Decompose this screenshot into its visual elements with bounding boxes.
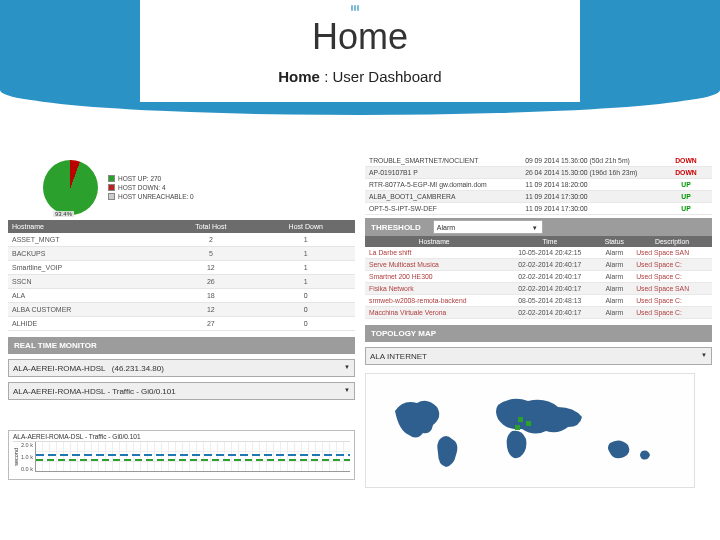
svg-rect-2 xyxy=(515,425,520,430)
table-row[interactable]: ALHIDE270 xyxy=(8,317,355,331)
table-row[interactable]: SSCN261 xyxy=(8,275,355,289)
threshold-select[interactable] xyxy=(433,220,543,234)
alarm-row[interactable]: Serve Multicast Musica02-02-2014 20:40:1… xyxy=(365,259,712,271)
table-row[interactable]: ASSET_MNGT21 xyxy=(8,233,355,247)
alarm-row[interactable]: Fisika Network02-02-2014 20:40:17AlarmUs… xyxy=(365,283,712,295)
title-card: Home Home : User Dashboard xyxy=(140,0,580,102)
y-axis-label: second xyxy=(13,448,19,466)
realtime-header: REAL TIME MONITOR xyxy=(8,337,355,354)
event-row[interactable]: RTR-8077A-5-EGP-MI gw.domain.dom11 09 20… xyxy=(365,179,712,191)
breadcrumb: Home : User Dashboard xyxy=(140,68,580,85)
event-row[interactable]: ALBA_BOOT1_CAMBRERA11 09 2014 17:30:00UP xyxy=(365,191,712,203)
traffic-chart: ALA-AEREI-ROMA-DSL - Traffic - Gi0/0.101… xyxy=(8,430,355,480)
threshold-header: THRESHOLD xyxy=(365,218,712,236)
svg-rect-0 xyxy=(518,417,523,422)
pie-center-label: 93.4% xyxy=(53,211,74,217)
plot-area xyxy=(35,442,350,472)
table-row[interactable]: BACKUPS51 xyxy=(8,247,355,261)
host-status-pie: 93.4% xyxy=(43,160,98,215)
map-icon xyxy=(380,381,680,481)
alarm-row[interactable]: Macchina Virtuale Verona02-02-2014 20:40… xyxy=(365,307,712,319)
page-title: Home xyxy=(140,16,580,58)
table-row[interactable]: ALBA CUSTOMER120 xyxy=(8,303,355,317)
chart-title: ALA-AEREI-ROMA-DSL - Traffic - Gi0/0.101 xyxy=(13,433,350,442)
alarm-row[interactable]: Smartnet 200 HE30002-02-2014 20:40:17Ala… xyxy=(365,271,712,283)
topology-header: TOPOLOGY MAP xyxy=(365,325,712,342)
alarm-row[interactable]: La Darbe shift10-05-2014 20:42:15AlarmUs… xyxy=(365,247,712,259)
events-table: TROUBLE_SMARTNET/NOCLIENT09 09 2014 15.3… xyxy=(365,155,712,215)
hosts-table: HostnameTotal HostHost Down ASSET_MNGT21… xyxy=(8,220,355,331)
host-select[interactable] xyxy=(8,359,355,377)
event-row[interactable]: TROUBLE_SMARTNET/NOCLIENT09 09 2014 15.3… xyxy=(365,155,712,167)
traffic-select[interactable] xyxy=(8,382,355,400)
table-row[interactable]: ALA180 xyxy=(8,289,355,303)
pie-legend: HOST UP: 270HOST DOWN: 4HOST UNREACHABLE… xyxy=(108,174,194,201)
topology-select[interactable] xyxy=(365,347,712,365)
threshold-table: HostnameTimeStatusDescription La Darbe s… xyxy=(365,236,712,319)
event-row[interactable]: OPT-5-S-IPT-SW-DEF11 09 2014 17:30:00UP xyxy=(365,203,712,215)
world-map[interactable] xyxy=(365,373,695,488)
event-row[interactable]: AP-019107B1 P26 04 2014 15.30:00 (196d 1… xyxy=(365,167,712,179)
header-banner: Home Home : User Dashboard xyxy=(0,0,720,115)
alarm-row[interactable]: srmweb-w2008-remota-backend08-05-2014 20… xyxy=(365,295,712,307)
svg-rect-1 xyxy=(526,421,531,426)
table-row[interactable]: Smartline_VOIP121 xyxy=(8,261,355,275)
